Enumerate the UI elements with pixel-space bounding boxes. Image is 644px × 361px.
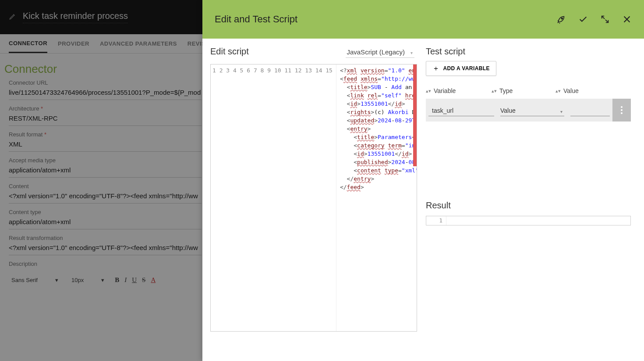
check-icon[interactable] <box>578 14 588 24</box>
result-title: Result <box>426 200 631 211</box>
svg-point-0 <box>561 18 563 19</box>
rocket-icon[interactable] <box>556 14 566 24</box>
fullscreen-icon[interactable] <box>600 14 610 24</box>
sort-icon: ▴▾ <box>426 89 431 92</box>
column-value[interactable]: ▴▾Value <box>556 87 631 94</box>
test-script-title: Test script <box>426 46 631 57</box>
column-variable[interactable]: ▴▾Variable <box>426 87 492 94</box>
variable-type-select[interactable]: Value <box>500 104 564 116</box>
result-gutter: 1 <box>426 216 446 225</box>
result-box: 1 <box>426 216 631 225</box>
column-type[interactable]: ▴▾Type <box>492 87 556 94</box>
variables-header: ▴▾Variable ▴▾Type ▴▾Value <box>426 84 631 99</box>
variable-row: task_url Value <box>426 99 631 122</box>
variable-name-input[interactable]: task_url <box>428 104 494 116</box>
error-indicator <box>413 64 417 166</box>
variable-value-input[interactable] <box>570 104 610 116</box>
add-variable-label: ADD A VARIABLE <box>443 65 490 71</box>
modal-header: Edit and Test Script <box>202 0 644 39</box>
sort-icon: ▴▾ <box>556 89 561 92</box>
language-select[interactable]: JavaScript (Legacy) <box>346 47 414 58</box>
more-vertical-icon <box>621 106 623 114</box>
sort-icon: ▴▾ <box>492 89 497 92</box>
add-variable-button[interactable]: ＋ ADD A VARIABLE <box>426 61 496 76</box>
row-actions-button[interactable] <box>612 99 631 122</box>
modal-title: Edit and Test Script <box>215 14 297 25</box>
edit-script-pane: Edit script JavaScript (Legacy) 1 2 3 4 … <box>202 39 417 361</box>
result-content[interactable] <box>446 216 630 225</box>
edit-script-title: Edit script <box>210 46 249 57</box>
code-content[interactable]: <?xml version="1.0" encoding="UTF-8"?><f… <box>336 64 417 331</box>
test-script-pane: Test script ＋ ADD A VARIABLE ▴▾Variable … <box>417 39 644 361</box>
close-icon[interactable] <box>622 14 632 24</box>
plus-icon: ＋ <box>432 65 439 72</box>
edit-test-script-modal: Edit and Test Script Edit script JavaScr… <box>202 0 644 361</box>
code-gutter: 1 2 3 4 5 6 7 8 9 10 11 12 13 14 15 <box>211 64 336 331</box>
code-editor[interactable]: 1 2 3 4 5 6 7 8 9 10 11 12 13 14 15 <?xm… <box>210 64 417 332</box>
